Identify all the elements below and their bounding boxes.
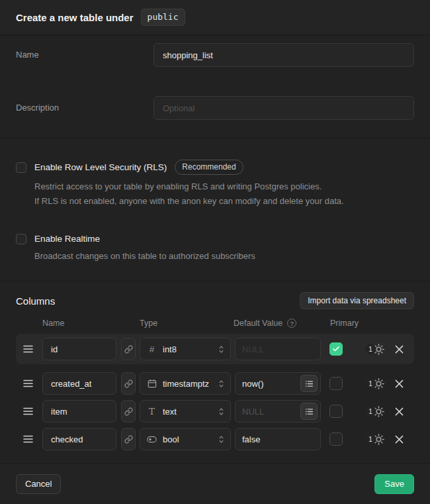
name-label: Name [16, 43, 153, 60]
rls-label: Enable Row Level Security (RLS) [34, 162, 167, 172]
rls-description: Restrict access to your table by enablin… [34, 179, 414, 209]
foreign-key-link-icon[interactable] [121, 372, 136, 395]
column-name-input[interactable] [42, 338, 116, 360]
save-button[interactable]: Save [374, 474, 414, 494]
column-settings-button[interactable]: 1 [365, 433, 385, 446]
drag-handle-icon[interactable] [16, 435, 40, 443]
header-primary: Primary [330, 319, 359, 328]
primary-checkbox[interactable] [329, 432, 343, 446]
default-value-field [235, 372, 321, 395]
column-type-select[interactable]: # int8 [140, 338, 231, 360]
close-icon [395, 407, 404, 416]
column-name-input[interactable] [42, 400, 116, 423]
columns-title: Columns [16, 295, 55, 307]
column-type-select[interactable]: bool [140, 428, 231, 450]
drag-handle-icon[interactable] [16, 407, 40, 415]
default-suggestions-button[interactable] [300, 375, 318, 392]
drag-handle-icon[interactable] [16, 379, 40, 387]
remove-column-button[interactable] [395, 407, 404, 416]
default-value-field [235, 338, 321, 360]
help-icon[interactable]: ? [287, 319, 296, 328]
list-icon [305, 379, 314, 388]
table-name-input[interactable] [153, 43, 414, 67]
chevrons-up-down-icon [218, 379, 225, 388]
settings-count-badge: 1 [365, 378, 376, 389]
default-value-field [235, 400, 321, 423]
default-suggestions-button[interactable] [300, 403, 318, 420]
header-default: Default Value [234, 319, 282, 328]
columns-section: Columns Import data via spreadsheet Name… [0, 281, 430, 464]
cancel-button[interactable]: Cancel [16, 474, 61, 494]
dialog-title: Create a new table under [16, 12, 134, 23]
primary-checkbox[interactable] [329, 342, 343, 356]
column-row-created-at: timestamptz 1 [16, 370, 414, 397]
column-settings-button[interactable]: 1 [365, 405, 385, 418]
boolean-icon [147, 436, 157, 443]
text-icon: T [147, 406, 157, 417]
drag-handle-icon[interactable] [16, 345, 40, 353]
chevrons-up-down-icon [218, 407, 225, 416]
close-icon [395, 379, 404, 388]
foreign-key-link-icon[interactable] [121, 428, 136, 450]
primary-checkbox[interactable] [329, 405, 343, 418]
check-icon [332, 345, 340, 353]
remove-column-button[interactable] [395, 435, 404, 444]
columns-table-headers: Name Type Default Value? Primary [16, 319, 414, 328]
realtime-block: Enable Realtime Broadcast changes on thi… [16, 234, 414, 264]
column-type-select[interactable]: timestamptz [140, 372, 231, 395]
list-icon [305, 407, 314, 416]
name-field-row: Name [16, 43, 414, 67]
import-spreadsheet-button[interactable]: Import data via spreadsheet [300, 292, 414, 309]
realtime-description: Broadcast changes on this table to autho… [34, 249, 414, 264]
column-row-item: T text 1 [16, 397, 414, 425]
schema-badge: public [141, 9, 185, 26]
rls-checkbox[interactable] [16, 162, 26, 173]
settings-count-badge: 1 [365, 344, 376, 354]
foreign-key-link-icon[interactable] [121, 400, 136, 423]
dialog-header: Create a new table under public [0, 0, 430, 35]
hash-icon: # [147, 344, 157, 354]
security-section: Enable Row Level Security (RLS) Recommen… [0, 138, 430, 281]
column-row-id: # int8 1 [16, 334, 414, 364]
column-rows: # int8 1 [16, 334, 414, 453]
close-icon [395, 345, 404, 354]
column-name-input[interactable] [42, 372, 116, 395]
remove-column-button[interactable] [395, 345, 404, 354]
table-info-section: Name Description [0, 35, 430, 138]
realtime-checkbox[interactable] [16, 234, 26, 244]
column-settings-button[interactable]: 1 [365, 378, 385, 390]
chevrons-up-down-icon [218, 345, 225, 354]
description-input[interactable] [153, 96, 414, 120]
header-type: Type [140, 319, 234, 328]
dialog-footer: Cancel Save [0, 464, 430, 504]
rls-block: Enable Row Level Security (RLS) Recommen… [16, 160, 414, 209]
default-value-input[interactable] [236, 338, 320, 360]
settings-count-badge: 1 [365, 434, 376, 444]
column-name-input[interactable] [42, 428, 116, 450]
primary-checkbox[interactable] [329, 377, 343, 390]
settings-count-badge: 1 [365, 406, 376, 417]
column-row-checked: bool 1 [16, 425, 414, 453]
default-value-input[interactable] [236, 428, 320, 450]
foreign-key-link-icon[interactable] [121, 338, 136, 360]
realtime-label: Enable Realtime [34, 234, 100, 244]
chevrons-up-down-icon [218, 435, 225, 444]
create-table-dialog: Create a new table under public Name Des… [0, 0, 430, 504]
default-value-field [235, 428, 321, 450]
description-field-row: Description [16, 96, 414, 120]
remove-column-button[interactable] [395, 379, 404, 388]
column-type-select[interactable]: T text [140, 400, 231, 423]
header-name: Name [42, 319, 140, 328]
recommended-badge: Recommended [175, 160, 243, 175]
description-label: Description [16, 96, 153, 113]
calendar-icon [147, 379, 157, 388]
column-settings-button[interactable]: 1 [365, 343, 385, 356]
close-icon [395, 435, 404, 444]
